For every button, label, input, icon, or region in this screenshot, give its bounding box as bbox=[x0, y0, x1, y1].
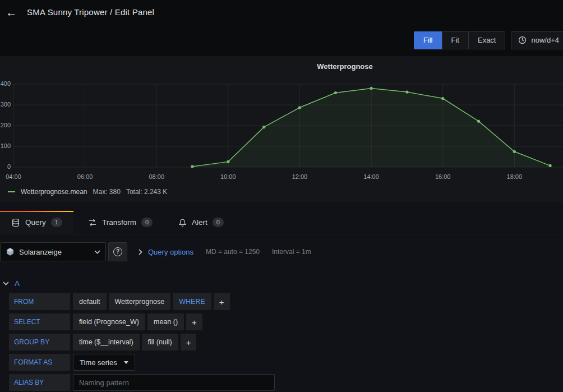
select-field-segment[interactable]: field (Prognose_W) bbox=[73, 313, 145, 330]
select-row: SELECT field (Prognose_W) mean () + bbox=[9, 313, 563, 330]
data-point bbox=[227, 160, 229, 163]
chart-panel: Wetterprognose 0100200300400 04:0006:000… bbox=[0, 56, 563, 202]
group-by-add-button[interactable]: + bbox=[181, 334, 197, 351]
top-header: ← SMA Sunny Tripower / Edit Panel bbox=[0, 0, 563, 24]
legend-max-value: Max: 380 bbox=[93, 188, 121, 196]
x-axis-tick: 14:00 bbox=[363, 173, 379, 180]
legend-total-value: Total: 2.243 K bbox=[126, 188, 167, 196]
alias-by-input[interactable] bbox=[73, 374, 275, 391]
datasource-icon bbox=[6, 247, 15, 256]
collapse-chevron-icon bbox=[3, 282, 9, 285]
y-axis-tick: 300 bbox=[0, 101, 11, 108]
query-options-interval-summary: Interval = 1m bbox=[272, 248, 311, 256]
tab-query[interactable]: Query 1 bbox=[0, 211, 73, 234]
chevron-right-icon bbox=[139, 249, 142, 255]
data-point bbox=[549, 164, 552, 167]
tab-query-count-badge: 1 bbox=[51, 218, 62, 227]
query-options-toggle[interactable]: Query options bbox=[139, 248, 193, 256]
format-as-value: Time series bbox=[80, 358, 117, 367]
select-mean-segment[interactable]: mean () bbox=[147, 313, 184, 330]
data-point bbox=[262, 126, 265, 128]
tab-alert-count-badge: 0 bbox=[213, 218, 224, 227]
alias-by-row: ALIAS BY bbox=[9, 374, 563, 391]
select-label: SELECT bbox=[9, 313, 70, 330]
data-point bbox=[441, 97, 444, 100]
data-point bbox=[334, 91, 337, 94]
query-ref-id: A bbox=[15, 279, 20, 288]
from-row: FROM default Wetterprognose WHERE + bbox=[9, 293, 563, 310]
bell-icon bbox=[178, 218, 187, 227]
data-point bbox=[191, 165, 193, 168]
y-axis-tick: 100 bbox=[0, 142, 11, 149]
back-arrow-icon: ← bbox=[6, 7, 17, 18]
where-keyword-segment[interactable]: WHERE bbox=[173, 293, 211, 310]
panel-toolbar: Fill Fit Exact now/d+4 bbox=[0, 24, 563, 56]
display-mode-fit-button[interactable]: Fit bbox=[442, 31, 468, 49]
x-axis-tick: 16:00 bbox=[435, 173, 451, 180]
x-axis-tick: 06:00 bbox=[77, 173, 93, 180]
tab-alert[interactable]: Alert 0 bbox=[167, 211, 235, 234]
format-as-select[interactable]: Time series bbox=[73, 354, 135, 371]
x-axis-tick: 12:00 bbox=[292, 173, 308, 180]
editor-tabs: Query 1 Transform 0 Alert 0 bbox=[0, 211, 563, 234]
series-color-swatch bbox=[8, 191, 15, 192]
clock-icon bbox=[518, 36, 527, 44]
x-axis-tick: 10:00 bbox=[220, 173, 236, 180]
group-by-time-segment[interactable]: time ($__interval) bbox=[73, 334, 140, 351]
datasource-name: Solaranzeige bbox=[19, 248, 90, 256]
series-area bbox=[192, 88, 550, 167]
time-range-button[interactable]: now/d+4 bbox=[511, 31, 563, 49]
query-ref-header[interactable]: A bbox=[3, 279, 563, 288]
tab-transform-count-badge: 0 bbox=[141, 218, 153, 227]
transform-icon bbox=[88, 218, 97, 227]
time-range-label: now/d+4 bbox=[531, 36, 559, 44]
database-icon bbox=[11, 218, 20, 227]
format-as-label: FORMAT AS bbox=[9, 354, 70, 371]
tab-transform-label: Transform bbox=[102, 218, 136, 227]
group-by-fill-segment[interactable]: fill (null) bbox=[142, 334, 178, 351]
y-axis-tick: 400 bbox=[0, 80, 11, 87]
format-as-row: FORMAT AS Time series bbox=[9, 354, 563, 371]
from-add-button[interactable]: + bbox=[214, 293, 230, 310]
from-retention-segment[interactable]: default bbox=[73, 293, 107, 310]
display-mode-exact-button[interactable]: Exact bbox=[468, 31, 506, 49]
panel-title: Wetterprognose bbox=[0, 56, 563, 76]
query-options-md-summary: MD = auto = 1250 bbox=[206, 248, 260, 256]
influx-query-editor: FROM default Wetterprognose WHERE + SELE… bbox=[9, 293, 563, 391]
caret-down-icon bbox=[124, 361, 128, 364]
data-point bbox=[513, 150, 516, 153]
group-by-label: GROUP BY bbox=[9, 334, 70, 351]
back-button[interactable]: ← bbox=[2, 3, 20, 21]
x-axis-tick: 18:00 bbox=[507, 173, 523, 180]
legend-series-label[interactable]: Wetterprognose.mean bbox=[21, 188, 87, 196]
tab-transform[interactable]: Transform 0 bbox=[77, 211, 164, 234]
select-add-button[interactable]: + bbox=[186, 313, 202, 330]
display-mode-group: Fill Fit Exact bbox=[414, 31, 506, 49]
question-circle-icon: ? bbox=[113, 247, 122, 256]
chart-plot-area[interactable]: 0100200300400 bbox=[0, 76, 563, 172]
x-axis: 04:0006:0008:0010:0012:0014:0016:0018:00 bbox=[0, 172, 563, 184]
from-measurement-segment[interactable]: Wetterprognose bbox=[109, 293, 171, 310]
page-title: SMA Sunny Tripower / Edit Panel bbox=[27, 7, 154, 17]
y-axis-tick: 0 bbox=[0, 163, 11, 170]
query-options-label: Query options bbox=[148, 248, 193, 256]
tab-query-label: Query bbox=[25, 218, 46, 227]
data-point bbox=[298, 106, 301, 109]
alias-by-label: ALIAS BY bbox=[9, 374, 70, 391]
tab-alert-label: Alert bbox=[192, 218, 207, 227]
y-axis-tick: 200 bbox=[0, 122, 11, 128]
data-point bbox=[370, 87, 373, 90]
x-axis-tick: 08:00 bbox=[149, 173, 164, 180]
from-label: FROM bbox=[9, 293, 70, 310]
display-mode-fill-button[interactable]: Fill bbox=[414, 31, 442, 49]
chart-legend: Wetterprognose.mean Max: 380 Total: 2.24… bbox=[0, 184, 563, 196]
chevron-down-icon bbox=[94, 250, 100, 254]
datasource-help-button[interactable]: ? bbox=[108, 242, 127, 261]
group-by-row: GROUP BY time ($__interval) fill (null) … bbox=[9, 334, 563, 351]
x-axis-tick: 04:00 bbox=[6, 173, 21, 180]
data-point bbox=[405, 91, 408, 94]
datasource-picker[interactable]: Solaranzeige bbox=[0, 242, 106, 261]
line-chart-svg bbox=[0, 76, 563, 172]
data-point bbox=[477, 120, 480, 123]
datasource-row: Solaranzeige ? Query options MD = auto =… bbox=[0, 242, 563, 261]
